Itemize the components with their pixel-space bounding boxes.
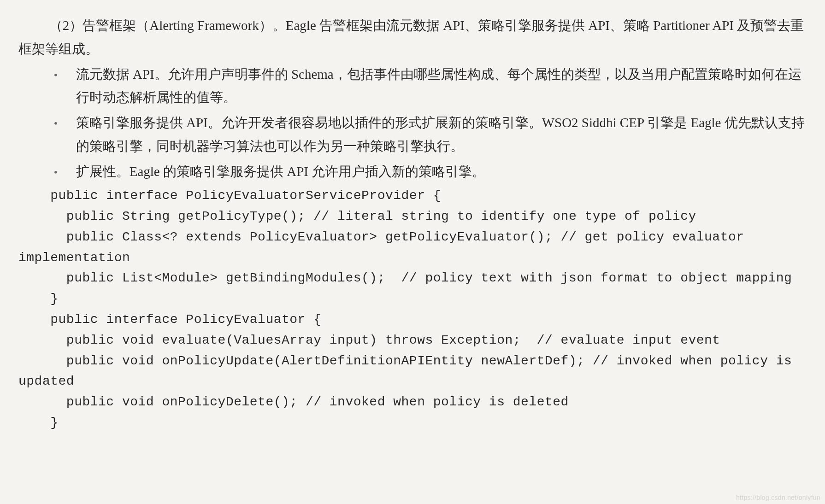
bullet-item-3: 扩展性。Eagle 的策略引擎服务提供 API 允许用户插入新的策略引擎。	[18, 160, 807, 183]
paragraph-intro: （2）告警框架（Alerting Framework）。Eagle 告警框架由流…	[18, 14, 807, 61]
bullet-item-2: 策略引擎服务提供 API。允许开发者很容易地以插件的形式扩展新的策略引擎。WSO…	[18, 111, 807, 158]
document-content: （2）告警框架（Alerting Framework）。Eagle 告警框架由流…	[18, 14, 807, 434]
code-snippet: public interface PolicyEvaluatorServiceP…	[18, 186, 807, 434]
bullet-item-1: 流元数据 API。允许用户声明事件的 Schema，包括事件由哪些属性构成、每个…	[18, 63, 807, 110]
